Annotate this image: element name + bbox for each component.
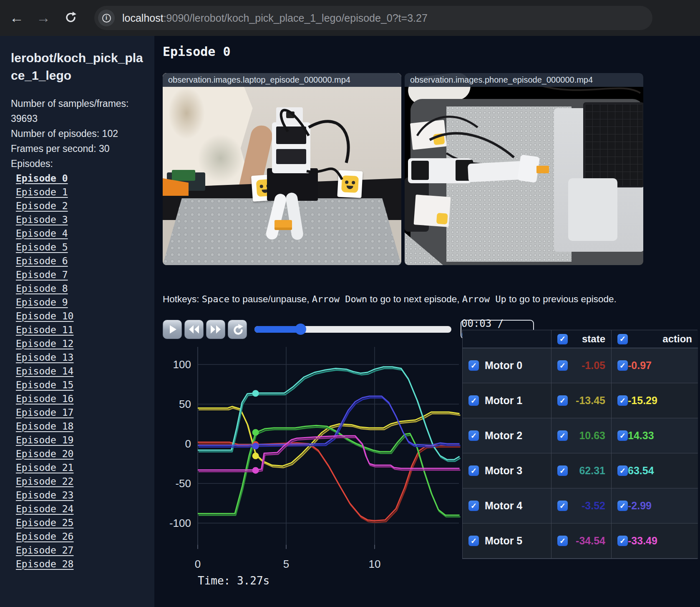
sidebar-episode-link[interactable]: Episode 20 [16,447,73,461]
sidebar-episode-link[interactable]: Episode 5 [16,240,68,254]
stat-samples: Number of samples/frames: 39693 [11,96,144,126]
sidebar-episode-link[interactable]: Episode 17 [16,406,73,420]
table-row-motor5-label: Motor 5 [463,524,551,559]
orange-lego-brick [274,220,292,230]
svg-text:0: 0 [185,438,191,450]
state-column-checkbox[interactable] [557,334,568,344]
sidebar-episode-link[interactable]: Episode 27 [16,544,73,557]
motor4-action-value: -2.99 [628,500,652,512]
reload-icon[interactable] [62,8,80,27]
motor1-action-checkbox[interactable] [617,395,628,406]
sidebar-episode-link[interactable]: Episode 23 [16,488,73,502]
sidebar-episode-link[interactable]: Episode 10 [16,309,73,323]
dataset-title: lerobot/koch_pick_place_1_lego [11,49,144,84]
motor0-state-checkbox[interactable] [557,360,568,371]
motor-position-chart[interactable]: 100500-50-1000510 [158,330,462,602]
motor1-state-checkbox[interactable] [557,395,568,406]
sidebar-episode-link[interactable]: Episode 15 [16,378,73,392]
sidebar-episode-link[interactable]: Episode 11 [16,323,73,337]
motor4-action-checkbox[interactable] [617,501,628,511]
hotkeys-help: Hotkeys: Space to pause/unpause, Arrow D… [163,294,642,305]
motor0-action-cell: -0.97 [612,348,698,383]
sidebar-episode-link[interactable]: Episode 16 [16,392,73,406]
phone-camera-frame [405,73,643,265]
sidebar-episode-link[interactable]: Episode 0 [16,172,68,185]
sidebar-episode-link[interactable]: Episode 22 [16,475,73,488]
sidebar-episode-link[interactable]: Episode 4 [16,227,68,240]
stat-episodes: Number of episodes: 102 [11,126,144,141]
hotkeys-mid2: to go to next episode, [367,294,462,304]
info-icon: i [102,14,111,23]
motor2-action-cell: 14.33 [612,418,698,453]
motor4-state-checkbox[interactable] [557,501,568,511]
motor2-checkbox[interactable] [468,430,479,441]
motor1-action-value: -15.29 [628,395,657,407]
back-icon[interactable]: ← [8,8,26,27]
site-info-icon[interactable]: i [98,10,115,26]
forward-icon[interactable]: → [34,8,53,27]
motor0-label: Motor 0 [485,359,522,372]
sidebar-episode-link[interactable]: Episode 21 [16,461,73,475]
motor5-checkbox[interactable] [468,536,479,546]
hotkeys-mid1: to pause/unpause, [229,294,312,304]
motor2-action-checkbox[interactable] [617,430,628,441]
motor3-checkbox[interactable] [468,465,479,476]
sidebar-episode-link[interactable]: Episode 8 [16,282,68,296]
hotkey-space: Space [202,294,229,304]
video-laptop-camera[interactable]: observation.images.laptop_episode_000000… [163,73,401,265]
motor0-checkbox[interactable] [468,360,479,371]
current-time-label: Time: 3.27s [198,574,269,587]
sidebar-episode-link[interactable]: Episode 13 [16,351,73,364]
sidebar-episode-link[interactable]: Episode 9 [16,296,68,309]
motor1-label: Motor 1 [485,395,522,407]
motor4-action-cell: -2.99 [612,488,698,524]
sidebar-episode-link[interactable]: Episode 6 [16,254,68,268]
motor5-action-checkbox[interactable] [617,536,628,546]
motor5-state-checkbox[interactable] [557,536,568,546]
sidebar-episode-link[interactable]: Episode 19 [16,433,73,447]
sidebar-episode-link[interactable]: Episode 14 [16,364,73,378]
table-corner-cell [463,330,551,348]
motor1-checkbox[interactable] [468,395,479,406]
motor2-state-cell: 10.63 [551,418,612,453]
video-title-laptop: observation.images.laptop_episode_000000… [163,73,401,87]
sidebar-episode-link[interactable]: Episode 2 [16,199,68,213]
sidebar-episode-link[interactable]: Episode 24 [16,502,73,516]
video-phone-camera[interactable]: observation.images.phone_episode_000000.… [405,73,643,265]
sidebar-episode-link[interactable]: Episode 7 [16,268,68,282]
motor5-label: Motor 5 [485,535,522,547]
action-header-cell: action [612,330,698,348]
motor0-action-checkbox[interactable] [617,360,628,371]
motor4-label: Motor 4 [485,500,522,512]
motor4-checkbox[interactable] [468,501,479,511]
motor2-state-checkbox[interactable] [557,430,568,441]
url-path: :9090/lerobot/koch_pick_place_1_lego/epi… [164,12,428,24]
sidebar-episode-link[interactable]: Episode 1 [16,185,68,199]
sidebar-episode-link[interactable]: Episode 12 [16,337,73,351]
motor3-state-checkbox[interactable] [557,465,568,476]
lerobot-dataset-visualizer: ← → i localhost:9090/lerobot/koch_pick_p… [0,0,700,607]
table-row-motor1-label: Motor 1 [463,383,551,418]
motor3-action-checkbox[interactable] [617,465,628,476]
sidebar-episode-link[interactable]: Episode 26 [16,530,73,544]
motor3-state-cell: 62.31 [551,453,612,488]
reload-glyph [65,11,77,24]
video-title-phone: observation.images.phone_episode_000000.… [405,73,643,87]
sidebar-episode-link[interactable]: Episode 25 [16,516,73,530]
svg-text:50: 50 [179,398,191,410]
svg-text:-50: -50 [175,477,191,490]
action-column-checkbox[interactable] [617,334,628,344]
sidebar-episode-link[interactable]: Episode 18 [16,420,73,433]
motor1-state-cell: -13.45 [551,383,612,418]
motor3-action-value: 63.54 [628,465,654,477]
sidebar-episode-link[interactable]: Episode 28 [16,557,73,571]
motor5-action-cell: -33.49 [612,524,698,559]
motor3-state-value: 62.31 [579,465,605,477]
motor1-state-value: -13.45 [576,395,605,407]
browser-toolbar: ← → i localhost:9090/lerobot/koch_pick_p… [0,0,700,36]
address-bar[interactable]: i localhost:9090/lerobot/koch_pick_place… [94,6,652,30]
episode-title: Episode 0 [163,44,231,59]
motor2-action-value: 14.33 [628,430,654,442]
motor0-action-value: -0.97 [628,359,652,372]
sidebar-episode-link[interactable]: Episode 3 [16,213,68,227]
